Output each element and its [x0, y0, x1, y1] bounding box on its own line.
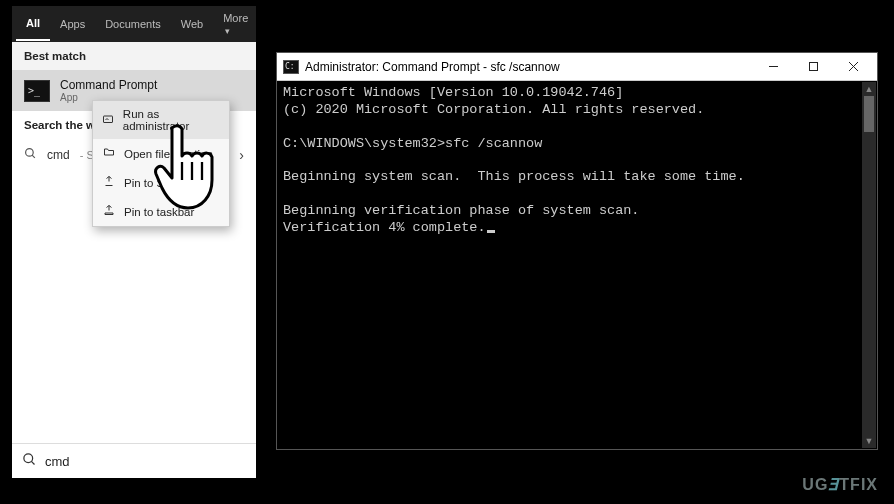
- svg-line-1: [32, 155, 35, 158]
- line: Verification 4% complete.: [283, 220, 486, 235]
- svg-point-0: [26, 149, 34, 157]
- watermark: UGƎTFIX: [802, 475, 878, 494]
- tab-documents[interactable]: Documents: [95, 8, 171, 40]
- search-input[interactable]: [45, 454, 246, 469]
- command-prompt-window: C: Administrator: Command Prompt - sfc /…: [276, 52, 878, 450]
- folder-icon: [102, 146, 116, 161]
- web-result-query: cmd: [47, 148, 70, 162]
- pin-start-icon: [102, 175, 116, 190]
- pin-taskbar-icon: [102, 204, 116, 219]
- svg-line-3: [31, 461, 34, 464]
- best-match-header: Best match: [12, 42, 256, 70]
- ctx-pin-to-taskbar[interactable]: Pin to taskbar: [93, 197, 229, 226]
- search-icon: [22, 452, 37, 470]
- scroll-down-icon[interactable]: ▼: [862, 434, 876, 448]
- line: Beginning verification phase of system s…: [283, 203, 639, 218]
- line: (c) 2020 Microsoft Corporation. All righ…: [283, 102, 704, 117]
- search-icon: [24, 147, 37, 163]
- context-menu: Run as administrator Open file location …: [92, 100, 230, 227]
- ctx-label: Pin to Start: [124, 177, 181, 189]
- window-titlebar[interactable]: C: Administrator: Command Prompt - sfc /…: [277, 53, 877, 81]
- terminal-output[interactable]: Microsoft Windows [Version 10.0.19042.74…: [277, 81, 877, 449]
- watermark-text: UG: [802, 476, 828, 493]
- chevron-down-icon: ▾: [225, 26, 230, 36]
- scrollbar-thumb[interactable]: [864, 96, 874, 132]
- admin-icon: [102, 113, 115, 128]
- ctx-label: Pin to taskbar: [124, 206, 194, 218]
- line: Microsoft Windows [Version 10.0.19042.74…: [283, 85, 623, 100]
- chevron-right-icon: ›: [239, 147, 244, 163]
- start-search-panel: All Apps Documents Web More ▾ Best match…: [12, 6, 256, 478]
- minimize-button[interactable]: [753, 53, 793, 81]
- text-cursor: [487, 230, 495, 233]
- line: Beginning system scan. This process will…: [283, 169, 745, 184]
- watermark-text: Ǝ: [828, 476, 839, 493]
- ctx-label: Run as administrator: [123, 108, 220, 132]
- scroll-up-icon[interactable]: ▲: [862, 82, 876, 96]
- close-button[interactable]: [833, 53, 873, 81]
- ctx-open-file-location[interactable]: Open file location: [93, 139, 229, 168]
- command-prompt-icon: C:: [283, 60, 299, 74]
- search-tab-strip: All Apps Documents Web More ▾: [12, 6, 256, 42]
- svg-rect-9: [809, 63, 817, 71]
- tab-all[interactable]: All: [16, 7, 50, 41]
- command-prompt-icon: >_: [24, 80, 50, 102]
- ctx-label: Open file location: [124, 148, 213, 160]
- tab-more-label: More: [223, 12, 248, 24]
- ctx-run-as-admin[interactable]: Run as administrator: [93, 101, 229, 139]
- window-title: Administrator: Command Prompt - sfc /sca…: [305, 60, 560, 74]
- scrollbar[interactable]: ▲ ▼: [862, 82, 876, 448]
- line: C:\WINDOWS\system32>sfc /scannow: [283, 136, 542, 151]
- watermark-text: TFIX: [839, 476, 878, 493]
- maximize-button[interactable]: [793, 53, 833, 81]
- tab-web[interactable]: Web: [171, 8, 213, 40]
- svg-point-2: [24, 454, 33, 463]
- tab-apps[interactable]: Apps: [50, 8, 95, 40]
- tab-more[interactable]: More ▾: [213, 2, 258, 46]
- search-box[interactable]: [12, 443, 256, 478]
- best-match-title: Command Prompt: [60, 78, 157, 92]
- ctx-pin-to-start[interactable]: Pin to Start: [93, 168, 229, 197]
